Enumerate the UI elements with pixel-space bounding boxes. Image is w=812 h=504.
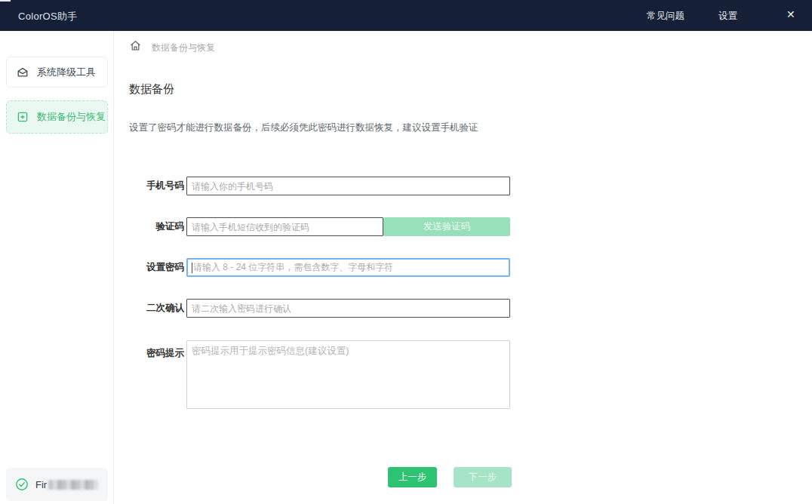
password-placeholder: 请输入 8 - 24 位字符串，需包含数字、字母和字符 (193, 261, 393, 274)
previous-step-button[interactable]: 上一步 (388, 467, 437, 487)
confirm-password-input[interactable] (186, 299, 510, 318)
set-password-input[interactable]: 请输入 8 - 24 位字符串，需包含数字、字母和字符 (186, 258, 510, 277)
titlebar: ColorOS助手 常见问题 设置 ✕ (0, 0, 812, 31)
password-label: 设置密码 (114, 261, 184, 274)
device-name: Fir (35, 479, 98, 490)
hint-label: 密码提示 (114, 347, 184, 360)
main-panel: 数据备份与恢复 数据备份 设置了密码才能进行数据备份，后续必须凭此密码进行数据恢… (114, 31, 812, 504)
form-row-code: 验证码 发送验证码 (114, 217, 510, 236)
code-input[interactable] (186, 217, 383, 236)
sidebar-item-data-backup[interactable]: 数据备份与恢复 (6, 100, 108, 134)
form-row-confirm: 二次确认 (114, 299, 510, 318)
form-row-phone: 手机号码 (114, 177, 510, 195)
sidebar-item-label: 数据备份与恢复 (37, 110, 106, 124)
mail-tool-icon (17, 66, 29, 78)
backup-plus-icon (17, 111, 29, 123)
redacted-device-name (48, 480, 98, 490)
check-circle-icon (15, 478, 29, 491)
confirm-label: 二次确认 (114, 302, 184, 315)
minimize-icon[interactable] (0, 0, 11, 2)
password-hint-textarea[interactable] (186, 340, 510, 409)
sidebar: 系统降级工具 数据备份与恢复 Fir (0, 31, 114, 504)
form-row-password: 设置密码 请输入 8 - 24 位字符串，需包含数字、字母和字符 (114, 258, 510, 277)
settings-button[interactable]: 设置 (718, 10, 737, 23)
page-title: 数据备份 (129, 82, 174, 97)
app-title: ColorOS助手 (18, 10, 78, 23)
phone-label: 手机号码 (114, 180, 184, 192)
form-row-hint: 密码提示 (114, 340, 510, 409)
breadcrumb: 数据备份与恢复 (152, 41, 215, 54)
sidebar-item-label: 系统降级工具 (37, 66, 96, 79)
faq-button[interactable]: 常见问题 (647, 10, 684, 23)
page-description: 设置了密码才能进行数据备份，后续必须凭此密码进行数据恢复，建议设置手机验证 (129, 121, 478, 134)
text-caret (192, 263, 192, 273)
code-label: 验证码 (114, 220, 184, 233)
app-window: ColorOS助手 常见问题 设置 ✕ 系统降级工具 数据备份与恢复 (0, 0, 812, 504)
phone-input[interactable] (186, 177, 510, 195)
next-step-button[interactable]: 下一步 (454, 467, 512, 487)
sidebar-item-system-downgrade[interactable]: 系统降级工具 (6, 57, 108, 88)
send-code-button[interactable]: 发送验证码 (383, 217, 510, 236)
close-icon[interactable]: ✕ (786, 8, 795, 20)
home-icon[interactable] (129, 39, 142, 55)
connected-device-card: Fir (6, 468, 108, 501)
